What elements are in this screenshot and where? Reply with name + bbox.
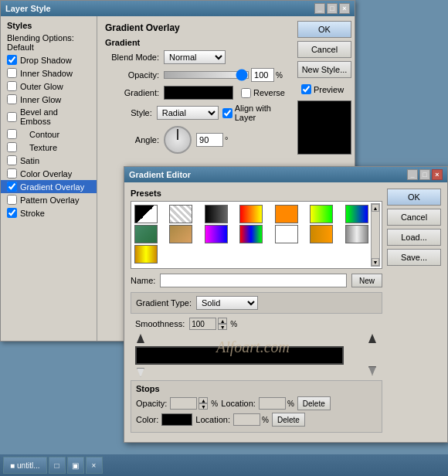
taskbar-item-untitled[interactable]: ■ untitl... [3, 457, 47, 474]
taskbar-btn-1[interactable]: □ [49, 457, 66, 474]
smoothness-down[interactable]: ▼ [218, 324, 227, 330]
smoothness-input[interactable] [189, 318, 216, 330]
style-item-satin[interactable]: Satin [1, 154, 97, 167]
color-stop-row: Color: Location: % Delete [136, 413, 377, 427]
opacity-stop-value[interactable] [170, 397, 197, 410]
opacity-stop-down[interactable]: ▼ [199, 403, 208, 410]
style-item-texture[interactable]: Texture [1, 141, 97, 154]
new-style-button[interactable]: New Style... [297, 61, 351, 78]
color-stop-left[interactable] [137, 368, 144, 377]
delete-color-stop-button[interactable]: Delete [272, 413, 305, 427]
name-input[interactable]: Custom [160, 274, 347, 287]
style-item-stroke[interactable]: Stroke [1, 206, 97, 219]
maximize-button[interactable]: □ [327, 3, 338, 14]
style-item-outer-glow[interactable]: Outer Glow [1, 80, 97, 93]
ge-save-button[interactable]: Save... [387, 249, 441, 266]
gradient-overlay-checkbox[interactable] [7, 182, 17, 192]
style-select[interactable]: Radial Linear Angle Reflected Diamond [157, 106, 219, 120]
angle-dial[interactable] [164, 126, 192, 154]
location-opacity-input[interactable] [259, 397, 286, 410]
preset-dark[interactable] [205, 205, 228, 223]
ge-maximize-button[interactable]: □ [419, 169, 430, 180]
color-stop-right[interactable] [368, 366, 376, 376]
gradient-swatch[interactable] [164, 86, 233, 100]
pattern-overlay-checkbox[interactable] [7, 195, 17, 205]
preset-transparent[interactable] [169, 205, 192, 223]
reverse-checkbox[interactable] [241, 88, 251, 98]
blend-mode-select[interactable]: Normal Multiply Screen [164, 50, 226, 64]
preview-checkbox-label[interactable]: Preview [301, 84, 350, 94]
contour-checkbox[interactable] [7, 129, 17, 139]
ge-close-button[interactable]: × [432, 169, 443, 180]
ge-minimize-button[interactable]: _ [407, 169, 418, 180]
inner-shadow-checkbox[interactable] [7, 68, 17, 78]
preset-bw[interactable] [134, 205, 158, 223]
new-gradient-button[interactable]: New [351, 274, 382, 287]
satin-checkbox[interactable] [7, 155, 17, 165]
stroke-checkbox[interactable] [7, 208, 17, 218]
align-checkbox[interactable] [222, 108, 232, 118]
ge-right-buttons: OK Cancel Load... Save... [387, 189, 441, 436]
preset-rgb[interactable] [239, 225, 263, 243]
preset-silver[interactable] [345, 225, 368, 243]
preset-orange[interactable] [275, 205, 298, 223]
ge-load-button[interactable]: Load... [387, 229, 441, 246]
align-label: Align with Layer [235, 104, 285, 122]
bevel-emboss-checkbox[interactable] [7, 112, 17, 122]
opacity-stop-up[interactable]: ▲ [199, 397, 208, 403]
ge-cancel-button[interactable]: Cancel [387, 209, 441, 226]
align-checkbox-label[interactable]: Align with Layer [222, 104, 285, 122]
close-button[interactable]: × [339, 3, 350, 14]
style-item-inner-glow[interactable]: Inner Glow [1, 93, 97, 106]
opacity-stop-stepper: ▲ ▼ [199, 397, 208, 410]
blend-options-label[interactable]: Blending Options: Default [1, 32, 97, 53]
taskbar-btn-2[interactable]: ▣ [67, 457, 84, 474]
gradient-bar[interactable] [135, 346, 344, 365]
cancel-button[interactable]: Cancel [297, 41, 351, 58]
angle-input[interactable]: 90 [196, 133, 223, 147]
color-stop-swatch[interactable] [161, 413, 192, 426]
preview-checkbox[interactable] [301, 84, 311, 94]
opacity-slider[interactable] [164, 71, 249, 79]
smoothness-up[interactable]: ▲ [218, 318, 227, 324]
preset-green-mix[interactable] [134, 225, 158, 243]
style-item-drop-shadow[interactable]: Drop Shadow [1, 53, 97, 66]
color-overlay-checkbox[interactable] [7, 168, 17, 178]
delete-opacity-stop-button[interactable]: Delete [297, 396, 331, 410]
drop-shadow-checkbox[interactable] [7, 55, 17, 65]
style-row: Style: Radial Linear Angle Reflected Dia… [105, 104, 285, 122]
outer-glow-checkbox[interactable] [7, 81, 17, 91]
style-item-contour[interactable]: Contour [1, 128, 97, 141]
opacity-stop-right[interactable] [368, 334, 376, 343]
reverse-checkbox-label[interactable]: Reverse [241, 88, 285, 98]
texture-checkbox[interactable] [7, 142, 17, 152]
opacity-slider-container: 100 % [164, 68, 283, 82]
preset-green-blue[interactable] [345, 205, 368, 223]
ok-button[interactable]: OK [297, 21, 351, 38]
preset-brown[interactable] [169, 225, 192, 243]
angle-row: Angle: 90 ° [105, 126, 285, 154]
preset-gold2[interactable] [134, 245, 158, 264]
preset-purple[interactable] [205, 225, 228, 243]
gradient-type-select[interactable]: Solid Noise [196, 296, 258, 310]
ge-ok-button[interactable]: OK [387, 189, 441, 206]
opacity-value-input[interactable]: 100 [251, 68, 274, 82]
location-color-input[interactable] [233, 413, 260, 426]
style-item-inner-shadow[interactable]: Inner Shadow [1, 66, 97, 80]
taskbar-btn-3[interactable]: × [86, 457, 103, 474]
preset-yellow-green[interactable] [310, 205, 333, 223]
style-item-color-overlay[interactable]: Color Overlay [1, 167, 97, 180]
style-item-gradient-overlay[interactable]: Gradient Overlay [1, 180, 97, 193]
gradient-type-row: Gradient Type: Solid Noise [131, 292, 382, 314]
minimize-button[interactable]: _ [314, 3, 325, 14]
preset-white-trans[interactable] [275, 225, 298, 243]
style-item-bevel-emboss[interactable]: Bevel and Emboss [1, 106, 97, 128]
scroll-up-arrow[interactable]: ▲ [372, 204, 379, 212]
location-color-pct: % [262, 416, 269, 424]
opacity-stop-left[interactable] [137, 334, 144, 343]
preset-gold1[interactable] [310, 225, 333, 243]
inner-glow-checkbox[interactable] [7, 94, 17, 104]
style-item-pattern-overlay[interactable]: Pattern Overlay [1, 193, 97, 206]
scroll-down-arrow[interactable]: ▼ [372, 258, 379, 266]
preset-red-yellow[interactable] [239, 205, 263, 223]
